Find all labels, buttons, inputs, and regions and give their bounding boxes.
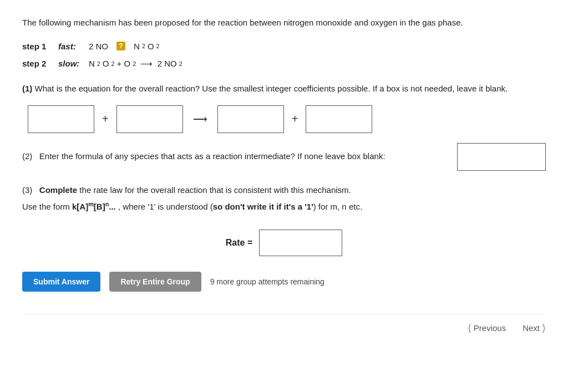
next-label: Next: [523, 323, 540, 333]
step-1: step 1 fast: 2 NO ? N2O2: [22, 42, 546, 51]
q1-box-2[interactable]: [116, 105, 183, 133]
step-2: step 2 slow: N2O2 + O2 ⟶ 2 NO2: [22, 59, 546, 69]
q1-answer-row: + ⟶ +: [28, 105, 546, 133]
q1-number: (1): [22, 84, 32, 93]
nav-row: ⟨ Previous Next ⟩: [22, 314, 546, 334]
q1-body: What is the equation for the overall rea…: [35, 84, 508, 93]
q2-number: (2): [22, 151, 32, 161]
q3-text-line1: (3) Complete the rate law for the overal…: [22, 183, 546, 197]
step-2-equation: N2O2 + O2 ⟶ 2 NO2: [89, 59, 182, 69]
question-1-text: (1) What is the equation for the overall…: [22, 82, 546, 95]
intro-text: The following mechanism has been propose…: [22, 17, 546, 29]
attempts-remaining: 9 more group attempts remaining: [210, 277, 324, 286]
q2-text: (2) Enter the formula of any species tha…: [22, 150, 449, 163]
q3-number: (3): [22, 185, 32, 195]
equilibrium-icon: ?: [116, 42, 125, 50]
step-2-label: step 2: [22, 59, 53, 68]
button-row: Submit Answer Retry Entire Group 9 more …: [22, 272, 546, 292]
step-2-speed: slow:: [58, 59, 83, 68]
q2-body: Enter the formula of any species that ac…: [39, 151, 386, 161]
q2-answer-box[interactable]: [457, 143, 546, 171]
q1-arrow: ⟶: [193, 113, 207, 125]
step-1-label: step 1: [22, 42, 53, 51]
q1-box-3[interactable]: [217, 105, 284, 133]
next-link[interactable]: Next ⟩: [523, 322, 546, 334]
rate-label: Rate =: [226, 238, 252, 248]
step-1-equation: 2 NO ? N2O2: [89, 42, 160, 51]
q3-bold-word: Complete: [39, 185, 77, 195]
chevron-right-icon: ⟩: [542, 322, 546, 334]
q3-text1: the rate law for the overall reaction th…: [77, 185, 351, 195]
q1-plus-2: +: [292, 113, 298, 125]
chevron-left-icon: ⟨: [468, 322, 471, 334]
q1-box-1[interactable]: [28, 105, 94, 133]
step-1-speed: fast:: [58, 42, 83, 51]
submit-button[interactable]: Submit Answer: [22, 272, 100, 292]
previous-link[interactable]: ⟨ Previous: [468, 322, 506, 334]
rate-row: Rate =: [22, 230, 546, 256]
retry-button[interactable]: Retry Entire Group: [109, 272, 201, 292]
previous-label: Previous: [474, 323, 506, 333]
q1-box-4[interactable]: [306, 105, 372, 133]
rate-answer-box[interactable]: [259, 230, 342, 256]
question-2-row: (2) Enter the formula of any species tha…: [22, 143, 546, 171]
q1-plus-1: +: [102, 113, 109, 125]
question-3-section: (3) Complete the rate law for the overal…: [22, 183, 546, 214]
q3-text-line2: Use the form k[A]m[B]n... , where '1' is…: [22, 199, 546, 214]
